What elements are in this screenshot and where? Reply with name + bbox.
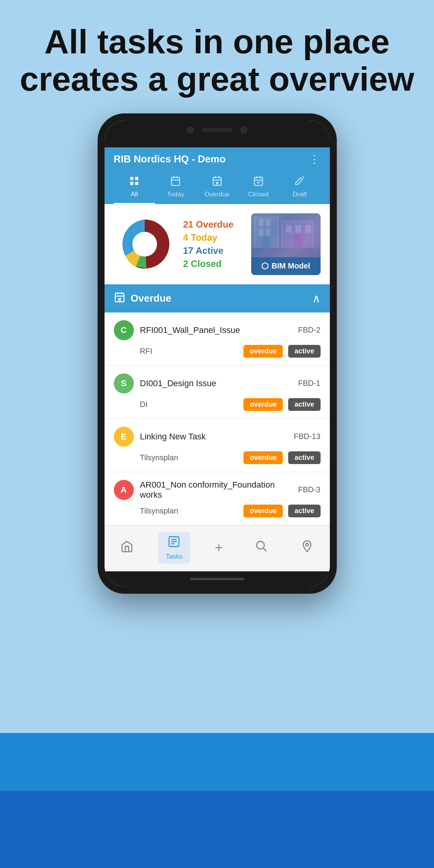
phone-frame: RIB Nordics HQ - Demo ⋮ All <box>98 113 337 594</box>
today-icon <box>170 176 181 189</box>
bim-icon: ⬡ <box>261 261 269 271</box>
section-title: Overdue <box>131 292 172 304</box>
list-item[interactable]: S DI001_Design Issue FBD-1 DI overdue ac… <box>105 366 330 419</box>
task-id: FBD-3 <box>298 485 321 494</box>
more-menu-button[interactable]: ⋮ <box>309 153 321 165</box>
tasks-nav-label: Tasks <box>166 553 182 561</box>
section-chevron-icon[interactable]: ∧ <box>312 292 321 305</box>
app-title-row: RIB Nordics HQ - Demo ⋮ <box>114 153 321 172</box>
avatar: S <box>114 373 134 393</box>
avatar: A <box>114 480 134 500</box>
task-row-top: C RFI001_Wall_Panel_Issue FBD-2 <box>114 320 321 340</box>
bottom-nav-add[interactable]: + <box>207 537 231 559</box>
section-header[interactable]: Overdue ∧ <box>105 284 330 312</box>
badge-overdue: overdue <box>243 345 283 358</box>
tab-today[interactable]: Today <box>155 172 196 204</box>
task-type: Tilsynsplan <box>140 507 238 515</box>
bottom-nav-tasks[interactable]: Tasks <box>158 532 190 564</box>
hero-text: All tasks in one place creates a great o… <box>0 0 434 113</box>
badge-active: active <box>288 505 320 517</box>
tasks-icon <box>167 535 181 551</box>
svg-rect-14 <box>254 177 262 185</box>
bottom-nav-home[interactable] <box>113 537 141 559</box>
svg-rect-1 <box>135 177 138 180</box>
location-icon <box>301 540 314 556</box>
badge-overdue: overdue <box>243 398 283 411</box>
task-name: RFI001_Wall_Panel_Issue <box>140 325 292 335</box>
stat-today: 4 Today <box>183 232 243 243</box>
tab-today-label: Today <box>167 191 184 198</box>
notch-camera <box>187 127 194 133</box>
svg-rect-28 <box>296 225 301 233</box>
svg-rect-23 <box>266 219 270 226</box>
task-name: Linking New Task <box>140 432 288 442</box>
task-id: FBD-2 <box>298 326 321 334</box>
overdue-icon <box>212 176 223 189</box>
svg-rect-0 <box>130 177 133 180</box>
search-icon <box>255 540 268 556</box>
tab-draft[interactable]: Draft <box>279 172 320 204</box>
svg-rect-27 <box>286 225 292 233</box>
section-header-icon <box>114 291 125 306</box>
svg-rect-8 <box>213 177 221 185</box>
task-id: FBD-13 <box>294 432 321 441</box>
badge-overdue: overdue <box>243 505 283 517</box>
tab-closed-label: Closed <box>248 191 269 198</box>
badge-active: active <box>288 398 320 411</box>
stat-active: 17 Active <box>183 245 243 256</box>
list-item[interactable]: E Linking New Task FBD-13 Tilsynsplan ov… <box>105 419 330 472</box>
tab-closed[interactable]: Closed <box>238 172 279 204</box>
task-row-bottom: Tilsynsplan overdue active <box>114 451 321 464</box>
svg-point-46 <box>306 543 308 546</box>
avatar: E <box>114 427 134 447</box>
home-bar-indicator <box>190 578 244 580</box>
svg-line-45 <box>263 548 267 551</box>
notch <box>179 120 256 140</box>
svg-rect-29 <box>305 225 311 233</box>
stat-closed: 2 Closed <box>183 258 243 269</box>
task-name: DI001_Design Issue <box>140 378 292 388</box>
stat-overdue: 21 Overdue <box>183 219 243 230</box>
task-row-bottom: Tilsynsplan overdue active <box>114 505 321 517</box>
badge-active: active <box>288 345 320 358</box>
bottom-nav-location[interactable] <box>293 537 321 559</box>
app-header: RIB Nordics HQ - Demo ⋮ All <box>105 147 330 204</box>
task-type: RFI <box>140 347 238 356</box>
section-header-left: Overdue <box>114 291 172 306</box>
summary-card: 21 Overdue 4 Today 17 Active 2 Closed <box>105 204 330 284</box>
closed-icon <box>253 176 264 189</box>
tab-all-label: All <box>131 191 138 198</box>
svg-rect-3 <box>135 182 138 185</box>
tab-draft-label: Draft <box>292 191 307 198</box>
list-item[interactable]: A AR001_Non conformity_Foundation works … <box>105 472 330 525</box>
task-name: AR001_Non conformity_Foundation works <box>140 480 292 500</box>
tab-all[interactable]: All <box>114 172 155 204</box>
svg-line-18 <box>302 176 304 178</box>
bim-model-text: BIM Model <box>272 262 310 270</box>
phone-screen: RIB Nordics HQ - Demo ⋮ All <box>105 120 330 587</box>
tab-overdue[interactable]: Overdue <box>196 172 238 204</box>
badge-active: active <box>288 451 320 464</box>
task-type: Tilsynsplan <box>140 453 238 462</box>
svg-rect-32 <box>263 236 270 248</box>
bim-model-card[interactable]: ⬡ BIM Model <box>251 213 321 275</box>
notch-area <box>105 120 330 147</box>
task-row-top: A AR001_Non conformity_Foundation works … <box>114 480 321 500</box>
bottom-nav: Tasks + <box>105 525 330 571</box>
nav-tabs: All Today <box>114 172 321 204</box>
phone-home-bar <box>105 571 330 587</box>
task-row-bottom: RFI overdue active <box>114 345 321 358</box>
app-title: RIB Nordics HQ - Demo <box>114 153 226 165</box>
avatar: C <box>114 320 134 340</box>
task-row-top: E Linking New Task FBD-13 <box>114 427 321 447</box>
svg-rect-22 <box>259 219 263 226</box>
pie-chart <box>114 213 176 275</box>
list-item[interactable]: C RFI001_Wall_Panel_Issue FBD-2 RFI over… <box>105 312 330 366</box>
task-id: FBD-1 <box>298 379 321 388</box>
bottom-nav-search[interactable] <box>247 537 276 559</box>
task-row-bottom: DI overdue active <box>114 398 321 411</box>
notch-camera-2 <box>240 127 247 133</box>
svg-point-19 <box>132 232 157 257</box>
stats-list: 21 Overdue 4 Today 17 Active 2 Closed <box>183 219 243 269</box>
bim-model-label: ⬡ BIM Model <box>251 257 321 275</box>
